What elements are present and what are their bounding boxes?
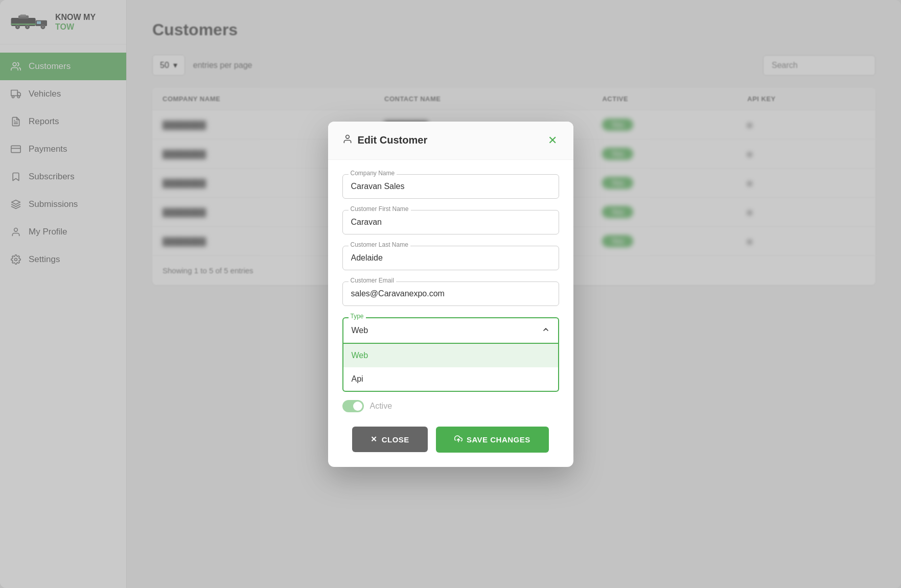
first-name-input[interactable]	[342, 210, 559, 234]
email-input[interactable]	[342, 281, 559, 306]
svg-point-24	[345, 135, 349, 139]
modal-title: Edit Customer	[342, 134, 428, 147]
close-button-label: CLOSE	[382, 435, 409, 444]
email-label: Customer Email	[349, 277, 396, 284]
type-dropdown-options: Web Api	[342, 344, 559, 392]
save-changes-button[interactable]: SAVE CHANGES	[436, 427, 549, 453]
save-button-label: SAVE CHANGES	[467, 435, 530, 444]
last-name-label: Customer Last Name	[349, 241, 410, 248]
type-dropdown-wrapper: Type Web Web Api	[342, 317, 559, 392]
modal-header: Edit Customer ✕	[328, 122, 573, 160]
modal-title-text: Edit Customer	[358, 134, 428, 146]
edit-customer-modal: Edit Customer ✕ Company Name Customer Fi…	[328, 122, 573, 467]
type-label: Type	[349, 313, 366, 320]
first-name-field-group: Customer First Name	[342, 210, 559, 234]
modal-footer: ✕ CLOSE SAVE CHANGES	[328, 412, 573, 467]
company-name-label: Company Name	[349, 170, 397, 177]
company-name-field-group: Company Name	[342, 174, 559, 199]
modal-overlay[interactable]: Edit Customer ✕ Company Name Customer Fi…	[0, 0, 901, 588]
email-field-group: Customer Email	[342, 281, 559, 306]
type-select-button[interactable]: Web	[342, 317, 559, 344]
type-option-api[interactable]: Api	[343, 367, 558, 391]
last-name-field-group: Customer Last Name	[342, 246, 559, 270]
modal-body: Company Name Customer First Name Custome…	[328, 160, 573, 412]
last-name-input[interactable]	[342, 246, 559, 270]
save-icon	[454, 435, 463, 444]
company-name-input[interactable]	[342, 174, 559, 199]
active-row: Active	[342, 392, 559, 412]
close-x-btn-icon: ✕	[371, 435, 378, 444]
close-button[interactable]: ✕ CLOSE	[352, 427, 428, 452]
close-x-icon: ✕	[548, 134, 557, 147]
modal-close-x-button[interactable]: ✕	[546, 133, 559, 148]
type-option-web[interactable]: Web	[343, 344, 558, 367]
active-toggle[interactable]	[342, 400, 364, 412]
type-selected-value: Web	[352, 326, 368, 335]
first-name-label: Customer First Name	[349, 205, 411, 213]
active-label: Active	[370, 402, 392, 411]
edit-user-icon	[342, 134, 353, 147]
chevron-up-icon	[542, 325, 550, 336]
